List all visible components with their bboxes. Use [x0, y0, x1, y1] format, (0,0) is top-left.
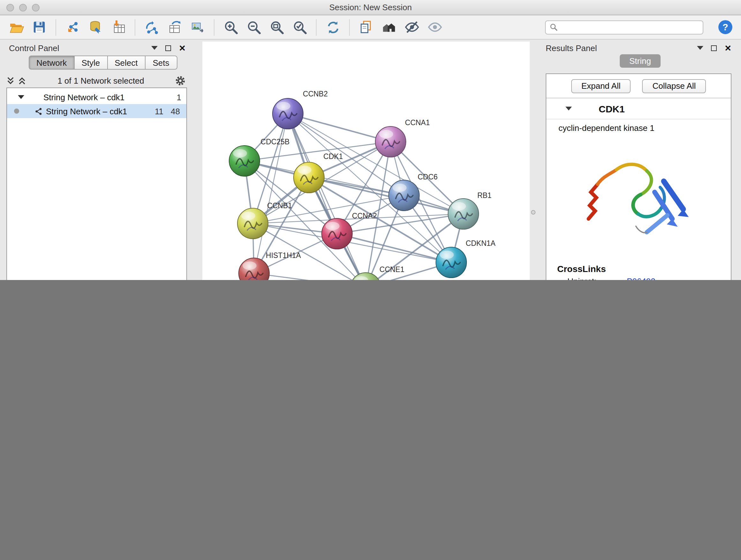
import-network-from-file-button[interactable] [64, 18, 81, 36]
apply-layout-button[interactable] [324, 18, 341, 36]
gear-icon[interactable] [175, 75, 186, 86]
traffic-lights [6, 4, 40, 11]
houses-icon [381, 19, 397, 35]
network-row[interactable]: String Network – cdk1 11 48 [7, 104, 186, 118]
edge-count: 48 [163, 106, 180, 116]
crosslink-label: Uniprot: [567, 276, 627, 280]
protein-description: cyclin-dependent kinase 1 [546, 119, 731, 136]
documents-button[interactable] [357, 18, 375, 36]
section-collapse-icon[interactable] [565, 107, 572, 111]
search-input[interactable] [561, 23, 699, 32]
results-panel: Results Panel ✕ String Expand All Collap… [540, 42, 735, 280]
collapse-all-button[interactable]: Collapse All [643, 79, 706, 93]
control-panel: Control Panel ✕ Network Style Select Set… [2, 42, 190, 280]
zoom-selected-button[interactable] [291, 18, 308, 36]
expand-all-button[interactable]: Expand All [571, 79, 631, 93]
main-toolbar: ? [0, 15, 741, 40]
application-window: Session: New Session [0, 0, 741, 280]
import-network-from-database-button[interactable] [87, 18, 104, 36]
results-buttons-row: Expand All Collapse All [546, 74, 731, 98]
node-label-CCNA2: CCNA2 [352, 212, 377, 220]
protein-name: CDK1 [599, 103, 625, 114]
tab-style[interactable]: Style [74, 56, 108, 70]
tab-sets[interactable]: Sets [145, 56, 177, 70]
node-count: 11 [147, 106, 163, 116]
show-all-button[interactable] [426, 18, 444, 36]
zoom-fit-icon [269, 19, 284, 35]
panel-float-icon[interactable] [165, 45, 171, 51]
new-network-icon [144, 19, 159, 35]
protein-structure-figure [546, 141, 731, 253]
node-label-CDC6: CDC6 [418, 173, 438, 181]
control-panel-tabs: Network Style Select Sets [29, 56, 177, 70]
network-node-CDKN1A[interactable]: CDKN1A [436, 239, 495, 278]
network-graph[interactable]: CCNB2CCNA1CDC25BCDK1CDC6RB1CCNB1CCNA2CDK… [202, 42, 530, 280]
results-tab-string[interactable]: String [620, 54, 661, 68]
network-node-CCNB2[interactable]: CCNB2 [273, 90, 328, 129]
panel-close-icon[interactable]: ✕ [724, 44, 731, 52]
open-session-button[interactable] [8, 18, 25, 36]
help-icon: ? [717, 19, 733, 35]
zoom-in-button[interactable] [222, 18, 239, 36]
network-collection-row[interactable]: String Network – cdk1 1 [7, 90, 186, 104]
panel-float-icon[interactable] [711, 45, 717, 51]
tab-network[interactable]: Network [29, 56, 74, 70]
tab-select[interactable]: Select [108, 56, 145, 70]
window-title: Session: New Session [0, 3, 741, 12]
window-zoom-button[interactable] [32, 4, 40, 11]
crosslink-row-uniprot: Uniprot: P06493 [546, 274, 731, 280]
search-field[interactable] [545, 20, 703, 34]
eye-icon [427, 19, 443, 35]
help-button[interactable]: ? [717, 19, 733, 36]
node-label-HIST1H1A: HIST1H1A [266, 251, 301, 260]
collection-label: String Network – cdk1 [44, 92, 166, 102]
control-panel-header: Control Panel ✕ [2, 42, 190, 54]
network-node-CCNA1[interactable]: CCNA1 [375, 118, 430, 157]
window-minimize-button[interactable] [19, 4, 27, 11]
panel-menu-icon[interactable] [151, 46, 158, 50]
refresh-icon [325, 19, 340, 35]
network-node-CDK1[interactable]: CDK1 [293, 152, 343, 193]
panel-menu-icon[interactable] [697, 46, 703, 50]
toolbar-separator [349, 19, 350, 36]
collapse-all-icon[interactable] [6, 76, 15, 85]
export-image-icon [190, 19, 205, 35]
node-label-CCNB2: CCNB2 [303, 90, 328, 98]
network-canvas[interactable]: CCNB2CCNA1CDC25BCDK1CDC6RB1CCNB1CCNA2CDK… [202, 42, 530, 280]
import-table-icon [111, 19, 126, 35]
network-node-CDC6[interactable]: CDC6 [389, 173, 437, 211]
new-table-button[interactable] [166, 18, 183, 36]
vertical-splitter-handle[interactable] [531, 210, 536, 214]
node-label-CCNA1: CCNA1 [405, 118, 430, 127]
import-table-from-file-button[interactable] [110, 18, 127, 36]
window-close-button[interactable] [6, 4, 14, 11]
protein-structure-image [575, 141, 702, 253]
panel-close-icon[interactable]: ✕ [179, 44, 186, 52]
new-network-from-selection-button[interactable] [143, 18, 160, 36]
network-selection-summary: 1 of 1 Network selected [27, 76, 175, 85]
network-node-RB1[interactable]: RB1 [448, 191, 491, 229]
toolbar-separator [214, 19, 214, 36]
crosslinks-title: CrossLinks [546, 264, 731, 274]
zoom-out-button[interactable] [245, 18, 262, 36]
network-icon [35, 107, 43, 115]
toolbar-separator [56, 19, 56, 36]
collection-expand-icon[interactable] [18, 95, 24, 99]
zoom-in-icon [223, 19, 239, 35]
import-database-icon [88, 19, 103, 35]
home-button[interactable] [381, 18, 398, 36]
titlebar: Session: New Session [0, 0, 741, 15]
protein-section-header[interactable]: CDK1 [546, 98, 731, 119]
zoom-out-icon [246, 19, 261, 35]
toolbar-separator [316, 19, 317, 36]
node-label-CDC25B: CDC25B [261, 138, 290, 146]
hide-selected-button[interactable] [403, 18, 421, 36]
export-image-button[interactable] [189, 18, 206, 36]
network-label: String Network – cdk1 [46, 106, 147, 116]
zoom-fit-button[interactable] [268, 18, 285, 36]
crosslink-link[interactable]: P06493 [627, 276, 656, 280]
expand-all-icon[interactable] [17, 76, 27, 85]
node-label-RB1: RB1 [477, 191, 492, 199]
save-session-button[interactable] [30, 18, 48, 36]
results-panel-header: Results Panel ✕ [540, 42, 735, 54]
